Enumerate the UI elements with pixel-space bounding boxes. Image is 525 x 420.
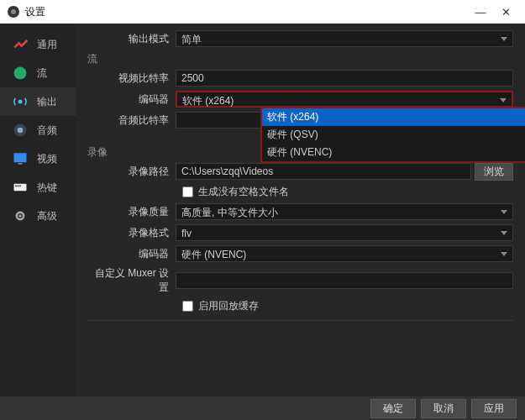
minimize-button[interactable]: — bbox=[468, 6, 493, 18]
sidebar: 通用 流 输出 音频 视频 热键 高级 bbox=[0, 24, 76, 396]
rec-format-label: 录像格式 bbox=[87, 226, 176, 240]
output-mode-label: 输出模式 bbox=[87, 32, 176, 46]
svg-point-3 bbox=[18, 100, 23, 104]
speaker-icon bbox=[8, 121, 32, 139]
rec-format-select[interactable]: flv bbox=[176, 224, 513, 241]
rec-path-input[interactable] bbox=[176, 163, 471, 180]
rec-encoder-label: 编码器 bbox=[87, 247, 176, 261]
svg-rect-10 bbox=[18, 186, 19, 187]
rec-encoder-select[interactable]: 硬件 (NVENC) bbox=[176, 245, 513, 262]
keyboard-icon bbox=[8, 178, 32, 197]
sidebar-item-audio[interactable]: 音频 bbox=[0, 116, 76, 144]
svg-rect-6 bbox=[14, 153, 27, 162]
sidebar-item-advanced[interactable]: 高级 bbox=[0, 202, 76, 230]
svg-rect-7 bbox=[18, 163, 23, 165]
sidebar-item-label: 高级 bbox=[37, 209, 57, 223]
window-title: 设置 bbox=[25, 5, 468, 19]
muxer-label: 自定义 Muxer 设置 bbox=[87, 266, 176, 295]
content-panel: 输出模式 简单 流 视频比特率 编码器 软件 (x264) 音频比特率 软件 (… bbox=[76, 24, 525, 396]
svg-rect-9 bbox=[15, 186, 17, 187]
gear-icon bbox=[8, 207, 32, 225]
sidebar-item-label: 音频 bbox=[37, 123, 57, 138]
svg-point-5 bbox=[18, 128, 24, 134]
svg-rect-8 bbox=[14, 184, 27, 191]
sidebar-item-hotkeys[interactable]: 热键 bbox=[0, 173, 76, 202]
sidebar-item-label: 输出 bbox=[37, 95, 57, 109]
replay-buffer-label: 启用回放缓存 bbox=[198, 299, 259, 313]
encoder-select[interactable]: 软件 (x264) bbox=[176, 91, 513, 108]
sidebar-item-label: 视频 bbox=[37, 152, 57, 166]
encoder-option[interactable]: 硬件 (QSV) bbox=[262, 126, 525, 144]
stream-icon bbox=[8, 64, 32, 82]
sidebar-item-output[interactable]: 输出 bbox=[0, 87, 76, 116]
video-bitrate-input[interactable] bbox=[176, 70, 513, 87]
video-bitrate-label: 视频比特率 bbox=[87, 71, 176, 86]
replay-buffer-checkbox[interactable] bbox=[182, 301, 193, 312]
muxer-input[interactable] bbox=[176, 272, 513, 289]
divider bbox=[87, 320, 513, 321]
wrench-icon bbox=[8, 35, 32, 54]
sidebar-item-stream[interactable]: 流 bbox=[0, 59, 76, 87]
svg-point-13 bbox=[18, 214, 21, 217]
broadcast-icon bbox=[8, 92, 32, 111]
ok-button[interactable]: 确定 bbox=[370, 399, 416, 418]
rec-quality-select[interactable]: 高质量, 中等文件大小 bbox=[176, 203, 513, 220]
browse-button[interactable]: 浏览 bbox=[475, 163, 513, 181]
apply-button[interactable]: 应用 bbox=[471, 399, 517, 418]
stream-section-title: 流 bbox=[87, 52, 513, 66]
sidebar-item-label: 通用 bbox=[37, 38, 57, 52]
audio-bitrate-label: 音频比特率 bbox=[87, 113, 176, 128]
app-icon bbox=[7, 5, 20, 18]
no-space-label: 生成没有空格文件名 bbox=[198, 185, 289, 199]
encoder-option[interactable]: 硬件 (NVENC) bbox=[262, 144, 525, 161]
no-space-checkbox[interactable] bbox=[182, 186, 193, 197]
rec-quality-label: 录像质量 bbox=[87, 205, 176, 219]
sidebar-item-label: 流 bbox=[37, 66, 47, 81]
svg-point-2 bbox=[14, 67, 27, 80]
monitor-icon bbox=[8, 150, 32, 168]
sidebar-item-label: 热键 bbox=[37, 181, 57, 195]
svg-rect-11 bbox=[19, 186, 21, 187]
main-area: 通用 流 输出 音频 视频 热键 高级 输出模式 简单 流 视频比特率 编码器 … bbox=[0, 24, 525, 396]
cancel-button[interactable]: 取消 bbox=[421, 399, 466, 418]
footer: 确定 取消 应用 bbox=[0, 396, 525, 420]
output-mode-select[interactable]: 简单 bbox=[176, 30, 513, 47]
sidebar-item-general[interactable]: 通用 bbox=[0, 30, 76, 59]
rec-path-label: 录像路径 bbox=[87, 165, 176, 179]
encoder-label: 编码器 bbox=[87, 92, 176, 107]
svg-point-1 bbox=[11, 9, 16, 14]
sidebar-item-video[interactable]: 视频 bbox=[0, 144, 76, 173]
encoder-dropdown[interactable]: 软件 (x264) 硬件 (QSV) 硬件 (NVENC) bbox=[260, 107, 525, 163]
titlebar: 设置 — ✕ bbox=[0, 0, 525, 24]
close-button[interactable]: ✕ bbox=[493, 6, 518, 18]
encoder-option[interactable]: 软件 (x264) bbox=[262, 108, 525, 126]
